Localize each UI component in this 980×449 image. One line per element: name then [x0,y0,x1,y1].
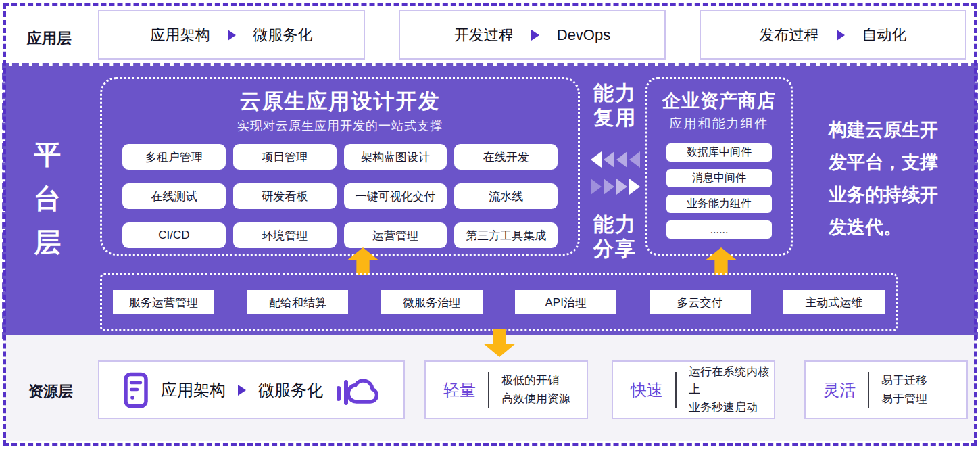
app-box-left-label: 发布过程 [760,25,819,45]
capability-pill: CI/CD [122,222,226,248]
asset-store-title: 企业资产商店 [647,89,791,113]
capability-pill: 在线测试 [122,183,226,209]
asset-item: 数据库中间件 [666,143,772,162]
resource-layer-band: 资源层 应用架构 微服务化 轻量 [5,335,975,441]
platform-service-row-box: 服务运营管理 配给和结算 微服务治理 API治理 多云交付 主动式运维 [100,273,898,331]
feature-description: 运行在系统内核上 业务秒速启动 [689,363,774,417]
asset-item: 业务能力组件 [666,195,772,213]
asset-item: ...... [666,220,772,239]
platform-label-char: 层 [31,229,64,256]
application-layer-band: 应用层 应用架构 微服务化 开发过程 DevOps 发布过程 自动化 [6,6,974,66]
capability-pill: 多租户管理 [122,144,226,170]
capability-reuse-label: 能力 复用 [581,81,649,130]
feature-divider [488,372,489,408]
capability-pill: 运营管理 [344,222,447,248]
asset-store-subtitle: 应用和能力组件 [647,115,791,133]
resource-arch-box: 应用架构 微服务化 [98,360,405,419]
app-box-left-label: 应用架构 [151,25,210,45]
app-box-devprocess: 开发过程 DevOps [399,10,666,60]
app-box-left-label: 开发过程 [454,25,514,45]
feature-box-flexible: 灵活 易于迁移 易于管理 [804,360,968,419]
capability-exchange-column: 能力 复用 能力 分享 [581,81,649,261]
dev-box-title: 云原生应用设计开发 [102,87,578,116]
triangle-right-icon [238,385,246,396]
capability-pill: 流水线 [454,183,558,209]
capability-pill: 一键可视化交付 [344,183,447,209]
feature-name: 轻量 [443,379,476,401]
app-box-architecture: 应用架构 微服务化 [98,10,365,60]
triangle-right-icon [837,30,845,41]
capability-pill: 第三方工具集成 [454,222,558,248]
resource-layer-label: 资源层 [28,381,73,402]
feature-divider [675,372,677,408]
app-box-right-label: 自动化 [862,25,907,45]
cloud-bars-icon [335,373,380,407]
application-layer-label: 应用层 [27,28,72,49]
service-item: 服务运营管理 [113,290,214,314]
service-item: 多云交付 [650,290,751,314]
feature-name: 灵活 [823,379,856,401]
feature-box-fast: 快速 运行在系统内核上 业务秒速启动 [612,360,775,419]
feature-divider [868,372,869,408]
cloud-native-architecture-diagram: 应用层 应用架构 微服务化 开发过程 DevOps 发布过程 自动化 平 台 层… [0,0,980,449]
capability-share-label: 能力 分享 [581,212,649,261]
server-icon [123,372,149,408]
feature-description: 易于迁移 易于管理 [881,372,927,408]
arch-box-right-label: 微服务化 [258,379,323,401]
app-box-right-label: 微服务化 [253,25,313,45]
feature-name: 快速 [631,379,663,401]
app-box-release: 发布过程 自动化 [700,10,966,60]
dev-box-subtitle: 实现对云原生应用开发的一站式支撑 [102,118,578,134]
platform-label-char: 台 [31,185,64,212]
platform-layer-label: 平 台 层 [31,141,64,256]
capability-pill: 环境管理 [233,222,337,248]
service-item: 主动式运维 [783,290,885,314]
platform-layer-band: 平 台 层 云原生应用设计开发 实现对云原生应用开发的一站式支撑 多租户管理 项… [5,66,975,335]
feature-description: 极低的开销 高效使用资源 [501,372,570,408]
asset-item: 消息中间件 [666,169,772,187]
arch-box-left-label: 应用架构 [161,379,226,401]
chevrons-left-icon [581,151,649,168]
capability-pill: 在线开发 [454,144,558,170]
capability-pill: 研发看板 [233,183,337,209]
capability-pill: 架构蓝图设计 [344,144,447,170]
triangle-right-icon [531,30,539,41]
feature-box-lightweight: 轻量 极低的开销 高效使用资源 [424,360,588,419]
chevrons-right-icon [581,179,649,195]
platform-side-note: 构建云原生开发平台，支撑业务的持续开发迭代。 [829,114,948,243]
app-box-right-label: DevOps [557,26,610,44]
enterprise-asset-store-box: 企业资产商店 应用和能力组件 数据库中间件 消息中间件 业务能力组件 .....… [645,77,793,256]
dev-capability-grid: 多租户管理 项目管理 架构蓝图设计 在线开发 在线测试 研发看板 一键可视化交付… [102,134,578,248]
platform-label-char: 平 [31,141,64,168]
triangle-right-icon [228,30,236,41]
service-item: 配给和结算 [247,290,348,314]
cloud-native-dev-box: 云原生应用设计开发 实现对云原生应用开发的一站式支撑 多租户管理 项目管理 架构… [100,77,580,256]
service-item: 微服务治理 [381,290,483,314]
capability-pill: 项目管理 [233,144,337,170]
service-item: API治理 [515,290,616,314]
